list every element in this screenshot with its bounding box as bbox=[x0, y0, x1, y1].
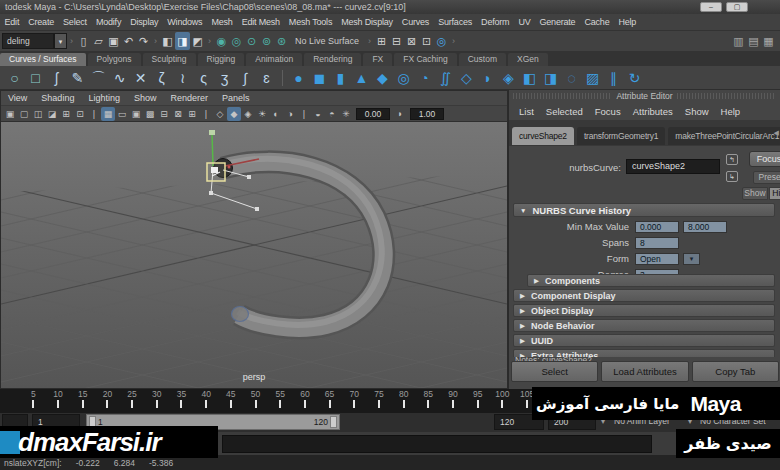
universal-manipulator-icon[interactable]: ◩ bbox=[190, 32, 205, 50]
menu-item[interactable]: Mesh Tools bbox=[284, 17, 336, 27]
time-tick[interactable]: 85 bbox=[416, 389, 441, 413]
menu-item[interactable]: Edit Mesh bbox=[237, 17, 284, 27]
menu-item[interactable]: Mesh Display bbox=[337, 17, 398, 27]
nurbs-cube-icon[interactable]: ◼ bbox=[309, 67, 330, 89]
snap-to-curve-icon[interactable]: ◎ bbox=[229, 32, 244, 50]
time-tick[interactable]: 80 bbox=[391, 389, 416, 413]
collapsed-triangle-icon[interactable]: ▶ bbox=[520, 337, 525, 345]
shelf-tab[interactable]: FX Caching bbox=[394, 53, 456, 66]
menu-item[interactable]: Mesh bbox=[207, 17, 237, 27]
menu-set-selector[interactable]: deling bbox=[2, 33, 54, 49]
time-tick[interactable]: 90 bbox=[441, 389, 466, 413]
planar-icon[interactable]: ◇ bbox=[456, 67, 477, 89]
node-tab[interactable]: curveShape2 bbox=[512, 127, 574, 145]
ae-menu-item[interactable]: List bbox=[513, 106, 540, 117]
camera-select-icon[interactable]: ▣ bbox=[3, 107, 17, 121]
time-tick[interactable]: 70 bbox=[342, 389, 367, 413]
trim-icon[interactable]: ▨ bbox=[582, 67, 603, 89]
menu-item[interactable]: Deform bbox=[477, 17, 514, 27]
select-button[interactable]: Select bbox=[511, 361, 598, 382]
divider[interactable]: › bbox=[67, 32, 76, 50]
attr-section-bar[interactable]: ▶ Node Behavior bbox=[513, 319, 775, 332]
perspective-viewport[interactable]: ViewShadingLightingShowRendererPanels ▣▢… bbox=[0, 90, 508, 389]
nurbs-circle-icon[interactable]: ○ bbox=[4, 67, 25, 89]
time-tick[interactable]: 35 bbox=[169, 389, 194, 413]
node-name-field[interactable]: curveShape2 bbox=[626, 159, 720, 174]
menu-item[interactable]: Help bbox=[614, 17, 641, 27]
select-tool-icon[interactable]: ◧ bbox=[160, 32, 175, 50]
wireframe-icon[interactable]: ◇ bbox=[213, 107, 227, 121]
divider[interactable]: | bbox=[297, 107, 311, 121]
bookmark-icon[interactable]: ◫ bbox=[31, 107, 45, 121]
make-live-icon[interactable]: ⊛ bbox=[274, 32, 289, 50]
shaded-icon[interactable]: ◆ bbox=[227, 107, 241, 121]
extrude-icon[interactable]: ◗ bbox=[477, 67, 498, 89]
collapsed-triangle-icon[interactable]: ▶ bbox=[534, 277, 539, 285]
attr-section-bar[interactable]: ▶ Component Display bbox=[513, 289, 775, 302]
time-tick[interactable]: 100 bbox=[490, 389, 515, 413]
ae-menu-item[interactable]: Selected bbox=[540, 106, 589, 117]
panel-menu-item[interactable]: Renderer bbox=[163, 93, 215, 103]
panel-drag-handle[interactable] bbox=[677, 93, 776, 99]
render-settings-icon[interactable]: ⊡ bbox=[419, 32, 434, 50]
restore-button[interactable]: ▢ bbox=[726, 2, 748, 12]
2d-pan-zoom-icon[interactable]: ⊞ bbox=[59, 107, 73, 121]
menu-item[interactable]: Display bbox=[126, 17, 163, 27]
revolve-icon[interactable]: ◔ bbox=[414, 67, 435, 89]
occlusion-icon[interactable]: ◑ bbox=[283, 107, 297, 121]
tab-scroll-left-icon[interactable]: ◀ bbox=[774, 129, 779, 137]
boundary-icon[interactable]: ◧ bbox=[519, 67, 540, 89]
xray-icon[interactable]: ◓ bbox=[325, 107, 339, 121]
resolution-gate-icon[interactable]: ▣ bbox=[129, 107, 143, 121]
textured-icon[interactable]: ◈ bbox=[241, 107, 255, 121]
sidebar-attribute-editor-toggle-icon[interactable]: ▥ bbox=[731, 32, 746, 50]
camera-attributes-icon[interactable]: ▢ bbox=[17, 107, 31, 121]
panel-menu-item[interactable]: Lighting bbox=[81, 93, 127, 103]
ae-menu-item[interactable]: Attributes bbox=[627, 106, 679, 117]
attach-curves-icon[interactable]: ζ bbox=[151, 67, 172, 89]
divider[interactable]: › bbox=[205, 32, 214, 50]
safe-action-icon[interactable]: ⊠ bbox=[171, 107, 185, 121]
menu-item[interactable]: Windows bbox=[163, 17, 207, 27]
divider[interactable]: › bbox=[365, 32, 374, 50]
viewport-canvas[interactable]: persp bbox=[1, 122, 507, 388]
divider[interactable]: | bbox=[199, 107, 213, 121]
file-new-icon[interactable]: ▯ bbox=[76, 32, 91, 50]
expanded-triangle-icon[interactable]: ▼ bbox=[520, 207, 526, 214]
time-tick[interactable]: 30 bbox=[144, 389, 169, 413]
bevel-icon[interactable]: ◨ bbox=[540, 67, 561, 89]
presets-button[interactable]: Presets bbox=[753, 171, 780, 184]
menu-item[interactable]: Edit bbox=[0, 17, 24, 27]
offset-curve-icon[interactable]: ∫ bbox=[235, 67, 256, 89]
attr-section-bar[interactable]: ▶ Object Display bbox=[513, 304, 775, 317]
title-bar[interactable]: todesk Maya - C:\Users\Lynda\Desktop\Exe… bbox=[0, 0, 780, 14]
show-button[interactable]: Show bbox=[742, 187, 768, 200]
insert-knot-icon[interactable]: ς bbox=[193, 67, 214, 89]
isolate-select-icon[interactable]: ◒ bbox=[311, 107, 325, 121]
menu-item[interactable]: Curves bbox=[397, 17, 433, 27]
menu-item[interactable]: Modify bbox=[91, 17, 125, 27]
three-point-arc-tool-icon[interactable]: ∿ bbox=[109, 67, 130, 89]
divider[interactable]: › bbox=[151, 32, 160, 50]
time-tick[interactable]: 15 bbox=[70, 389, 95, 413]
copy-tab-button[interactable]: Copy Tab bbox=[692, 361, 779, 382]
sidebar-tool-settings-toggle-icon[interactable]: ▤ bbox=[746, 32, 761, 50]
shelf-tab[interactable]: Rendering bbox=[304, 53, 361, 66]
time-tick[interactable]: 40 bbox=[194, 389, 219, 413]
grid-toggle-icon[interactable]: ▦ bbox=[101, 107, 115, 121]
panel-menu-item[interactable]: Show bbox=[127, 93, 164, 103]
menu-item[interactable]: Cache bbox=[580, 17, 614, 27]
nurbs-cylinder-icon[interactable]: ▮ bbox=[330, 67, 351, 89]
focus-button[interactable]: Focus bbox=[749, 151, 780, 167]
time-tick[interactable]: 45 bbox=[219, 389, 244, 413]
gate-mask-icon[interactable]: ▩ bbox=[143, 107, 157, 121]
ae-menu-item[interactable]: Help bbox=[715, 106, 747, 117]
load-attributes-button[interactable]: Load Attributes bbox=[601, 361, 688, 382]
no-live-surface-label[interactable]: No Live Surface bbox=[295, 36, 359, 46]
file-save-icon[interactable]: ▣ bbox=[106, 32, 121, 50]
bevel-plus-icon[interactable]: ◌ bbox=[561, 67, 582, 89]
shelf-tab[interactable]: Polygons bbox=[88, 53, 141, 66]
field-chart-icon[interactable]: ⊟ bbox=[157, 107, 171, 121]
pencil-curve-tool-icon[interactable]: ✎ bbox=[67, 67, 88, 89]
shelf-tab[interactable]: Custom bbox=[459, 53, 506, 66]
